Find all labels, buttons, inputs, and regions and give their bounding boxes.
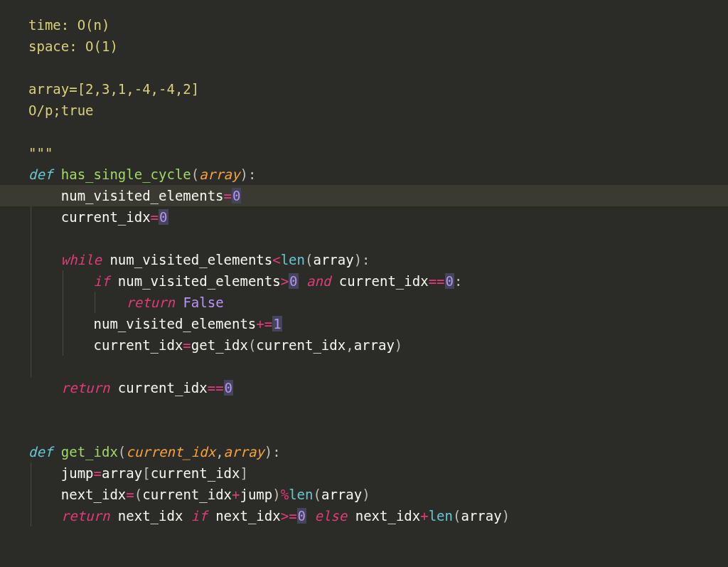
comma: , (215, 444, 223, 460)
paren: ( (313, 487, 321, 502)
identifier: current_idx (94, 337, 183, 353)
paren: ( (134, 487, 142, 502)
colon: : (272, 444, 280, 460)
operator: >= (281, 508, 297, 524)
code-line-highlighted: num_visited_elements=0 (0, 185, 728, 206)
identifier: array (461, 508, 501, 524)
number-literal: 0 (445, 273, 454, 289)
builtin-len: len (281, 252, 305, 267)
function-name: get_idx (61, 444, 118, 460)
identifier: array (313, 252, 353, 267)
code-line: num_visited_elements+=1 (28, 313, 728, 334)
identifier: num_visited_elements (61, 188, 224, 203)
operator: + (420, 508, 428, 524)
paren: ) (362, 487, 370, 502)
code-line: """ (28, 142, 728, 164)
code-line: time: O(n) (28, 14, 728, 36)
code-line: return False (28, 292, 728, 313)
number-literal: 0 (289, 273, 298, 289)
code-line: def get_idx(current_idx,array): (28, 441, 728, 462)
code-line (28, 398, 728, 420)
paren: ( (453, 508, 461, 524)
identifier: current_idx (339, 273, 429, 289)
param: current_idx (126, 444, 215, 460)
colon: : (248, 166, 256, 182)
identifier: array (102, 465, 142, 481)
code-line: array=[2,3,1,-4,-4,2] (28, 78, 728, 100)
operator: < (272, 252, 280, 267)
docstring-text: space: O(1) (28, 38, 118, 54)
operator: == (429, 273, 445, 289)
number-literal: 0 (159, 209, 168, 225)
param: array (199, 166, 240, 182)
code-line: while num_visited_elements<len(array): (28, 249, 728, 270)
builtin-len: len (289, 487, 313, 502)
keyword-def: def (28, 166, 53, 182)
identifier: jump (61, 465, 94, 481)
identifier: current_idx (118, 380, 208, 396)
code-line (28, 121, 728, 142)
paren: ) (240, 166, 247, 182)
if-body: return False (28, 292, 728, 313)
paren: ( (191, 166, 199, 182)
code-line: return current_idx==0 (28, 377, 728, 398)
paren: ) (395, 337, 402, 353)
identifier: num_visited_elements (118, 273, 281, 289)
function-call: get_idx (191, 337, 248, 353)
constant-false: False (183, 295, 223, 310)
paren: ) (264, 444, 272, 460)
code-line: if num_visited_elements>0 and current_id… (28, 270, 728, 292)
identifier: next_idx (61, 487, 127, 502)
keyword-if: if (191, 508, 208, 524)
code-line (28, 228, 728, 249)
keyword-return: return (61, 380, 110, 396)
keyword-return: return (126, 295, 175, 310)
keyword-return: return (61, 508, 110, 524)
colon: : (362, 252, 370, 267)
keyword-while: while (61, 252, 102, 267)
function-body: jump=array[current_idx] next_idx=(curren… (28, 462, 728, 526)
code-line: jump=array[current_idx] (28, 462, 728, 484)
operator: = (151, 209, 159, 225)
code-line: next_idx=(current_idx+jump)%len(array) (28, 484, 728, 505)
paren: ( (305, 252, 313, 267)
number-literal: 1 (272, 316, 282, 332)
operator: % (281, 487, 289, 502)
paren: ( (248, 337, 256, 353)
identifier: num_visited_elements (109, 252, 272, 267)
code-line: space: O(1) (28, 36, 728, 57)
keyword-if: if (94, 273, 110, 289)
while-body: if num_visited_elements>0 and current_id… (28, 270, 728, 356)
operator: = (126, 487, 134, 502)
operator: + (232, 487, 240, 502)
builtin-len: len (429, 508, 453, 524)
identifier: current_idx (142, 487, 232, 502)
docstring-text: O/p;true (28, 102, 94, 118)
keyword-def: def (28, 444, 53, 460)
code-line (28, 356, 728, 377)
identifier: current_idx (61, 209, 151, 225)
operator: = (224, 188, 232, 203)
identifier: current_idx (256, 337, 346, 353)
code-line: current_idx=get_idx(current_idx,array) (28, 334, 728, 356)
docstring-text: time: O(n) (28, 17, 109, 33)
code-editor[interactable]: time: O(n) space: O(1) array=[2,3,1,-4,-… (0, 0, 728, 526)
operator: > (281, 273, 289, 289)
operator: = (94, 465, 102, 481)
operator: += (256, 316, 272, 332)
number-literal: 0 (297, 508, 306, 524)
keyword-and: and (306, 273, 331, 289)
bracket: ] (240, 465, 247, 481)
identifier: next_idx (118, 508, 183, 524)
code-line: current_idx=0 (28, 206, 728, 228)
identifier: jump (240, 487, 272, 502)
code-line (28, 57, 728, 78)
paren: ) (272, 487, 280, 502)
code-line: return next_idx if next_idx>=0 else next… (28, 505, 728, 526)
param: array (224, 444, 264, 460)
identifier: next_idx (215, 508, 281, 524)
identifier: array (321, 487, 362, 502)
bracket: [ (142, 465, 150, 481)
identifier: next_idx (355, 508, 421, 524)
function-body: num_visited_elements=0 current_idx=0 whi… (28, 185, 728, 398)
